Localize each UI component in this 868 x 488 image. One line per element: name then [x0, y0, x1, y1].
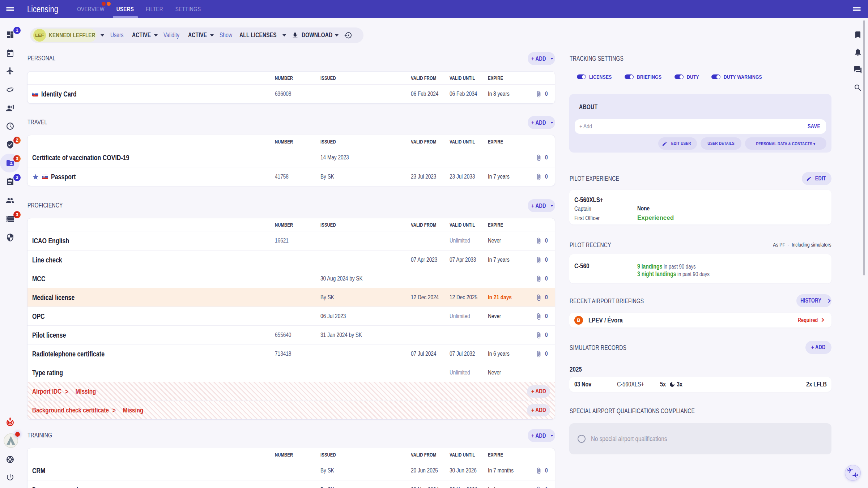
table-row[interactable]: OPC06 Jul 2023UnlimitedNever0	[27, 307, 555, 325]
column-header: NUMBER	[275, 448, 293, 462]
user-details-button[interactable]: USER DETAILS	[701, 137, 741, 150]
attachments[interactable]: 0	[535, 461, 548, 480]
sidebar-flight-icon[interactable]	[6, 67, 14, 75]
sidebar-voice-icon[interactable]	[6, 104, 14, 112]
sidebar-people-icon[interactable]	[6, 196, 14, 205]
users-status-select[interactable]: ACTIVE	[132, 27, 151, 43]
download-caret-icon[interactable]	[335, 27, 339, 43]
save-button[interactable]: SAVE	[807, 119, 820, 134]
table-row[interactable]: MCC30 Aug 2024 by SK0	[27, 269, 555, 288]
validity-caret-icon[interactable]	[210, 27, 214, 43]
column-header: EXPIRE	[488, 72, 503, 85]
sidebar-shield-half-icon[interactable]	[6, 233, 14, 242]
sidebar-lifebuoy-icon[interactable]	[6, 455, 14, 464]
sidebar-dashboard-icon[interactable]: 1	[6, 30, 14, 39]
flights-fab-button[interactable]	[845, 465, 861, 481]
attachments[interactable]: 0	[535, 148, 548, 167]
attachments[interactable]: 0	[535, 251, 548, 269]
tab-overview[interactable]: OVERVIEW	[77, 0, 105, 18]
sidebar-storage-icon[interactable]: 3	[6, 215, 14, 223]
download-icon[interactable]	[291, 27, 299, 43]
tab-settings[interactable]: SETTINGS	[175, 0, 201, 18]
add-travel-button[interactable]: + ADD	[528, 116, 555, 129]
history-restore-icon[interactable]	[344, 27, 353, 43]
attachments[interactable]: 0	[535, 344, 548, 363]
rail-bookmark-icon[interactable]	[854, 30, 862, 39]
table-row[interactable]: Passport41758By SK23 Jul 202323 Jul 2033…	[27, 167, 555, 186]
validity-select[interactable]: ACTIVE	[188, 27, 207, 43]
add-training-button[interactable]: + ADD	[528, 429, 555, 442]
briefing-card[interactable]: B LPEV / Évora Required	[569, 313, 831, 328]
cell-valid-from: 23 Jul 2023	[411, 167, 436, 186]
table-row[interactable]: Pilot license65564031 Jan 2024 by SK0	[27, 325, 555, 344]
add-proficiency-button[interactable]: + ADD	[528, 199, 555, 212]
add-missing-button[interactable]: + ADD	[527, 404, 550, 416]
user-chip-caret-icon[interactable]	[101, 27, 104, 43]
licenses-caret-icon[interactable]	[282, 27, 286, 43]
switch-on[interactable]	[577, 74, 586, 80]
sidebar-folder-user-icon[interactable]: 3	[6, 159, 14, 167]
sidebar-route-icon[interactable]	[6, 85, 14, 94]
table-row[interactable]: Line check07 Apr 202307 Apr 2033In 7 yea…	[27, 250, 555, 269]
edit-experience-button[interactable]: EDIT	[802, 172, 831, 185]
add-personal-button[interactable]: + ADD	[528, 52, 555, 65]
column-header: VALID UNTIL	[450, 72, 475, 85]
rail-chat-icon[interactable]	[854, 65, 862, 74]
filter-toolbar: LEF KENNEDI LEFFLER Users ACTIVE Validit…	[30, 27, 363, 43]
rail-search-icon[interactable]	[854, 84, 862, 92]
sidebar-shield-check-icon[interactable]: 2	[6, 140, 14, 149]
sidebar-clock-icon[interactable]	[6, 122, 14, 130]
licenses-select[interactable]: ALL LICENSES	[239, 27, 277, 43]
menu-icon[interactable]	[6, 5, 14, 13]
sidebar-clipboard-icon[interactable]: 3	[6, 177, 14, 186]
pilot-experience-card: C-560XLS+ Captain None First Officer Exp…	[569, 190, 831, 224]
attachments[interactable]: 0	[535, 480, 548, 488]
about-input[interactable]: + Add SAVE	[575, 119, 826, 134]
switch-on[interactable]	[711, 74, 720, 80]
table-row[interactable]: Certificate of vaccination COVID-1914 Ma…	[27, 148, 555, 167]
scrollbar-thumb[interactable]	[863, 20, 865, 275]
table-row[interactable]: Medical licenseBy SK12 Dec 202412 Dec 20…	[27, 288, 555, 307]
toggle-duty-warnings[interactable]: DUTY WARNINGS	[711, 74, 771, 80]
edit-user-button[interactable]: EDIT USER	[658, 137, 697, 150]
table-row[interactable]: Dangerous goodsBy SK28 Nov 202428 Nov 20…	[27, 480, 555, 488]
menu-right-icon[interactable]	[852, 5, 861, 13]
toggle-licenses[interactable]: LICENSES	[577, 74, 617, 80]
attachments[interactable]: 0	[535, 269, 548, 288]
table-row[interactable]: Type ratingUnlimitedNever	[27, 363, 555, 382]
rail-bell-icon[interactable]	[854, 48, 862, 56]
pilot-recency-card: C-560 9 landings in past 90 days 3 night…	[569, 254, 831, 283]
sidebar-delta-logo-icon[interactable]	[3, 433, 18, 448]
table-row[interactable]: Radiotelephone certificate71341807 Jul 2…	[27, 344, 555, 363]
add-missing-button[interactable]: + ADD	[527, 385, 550, 398]
toggle-briefings[interactable]: BRIEFINGS	[625, 74, 668, 80]
download-button[interactable]: DOWNLOAD	[302, 27, 332, 43]
attachments[interactable]: 0	[535, 85, 548, 103]
user-chip[interactable]: LEF KENNEDI LEFFLER	[31, 29, 97, 42]
attachments[interactable]: 0	[535, 288, 548, 307]
attachments[interactable]: 0	[535, 307, 548, 326]
add-simulator-button[interactable]: + ADD	[805, 341, 831, 354]
personal-data-contacts-button[interactable]: PERSONAL DATA & CONTACTS ▾	[745, 137, 826, 150]
tab-users[interactable]: USERS	[116, 0, 134, 18]
tab-filter[interactable]: FILTER	[146, 0, 163, 18]
sidebar-calendar-icon[interactable]	[6, 49, 14, 57]
switch-on[interactable]	[625, 74, 634, 80]
attachments[interactable]: 0	[535, 326, 548, 344]
attachments[interactable]: 0	[535, 167, 548, 186]
toggle-duty[interactable]: DUTY	[675, 74, 702, 80]
license-name: ICAO English	[32, 231, 78, 250]
column-header: VALID FROM	[411, 218, 436, 232]
cell-number: 41758	[275, 167, 289, 186]
sidebar-alert-target-icon[interactable]	[6, 418, 14, 426]
switch-on[interactable]	[675, 74, 684, 80]
table-row[interactable]: Identity Card63600806 Feb 202406 Feb 203…	[27, 85, 555, 103]
slovakia-flag-icon	[42, 175, 48, 179]
sidebar-power-icon[interactable]	[6, 473, 14, 481]
simulator-record-card[interactable]: 03 Nov C-560XLS+ 5x 3x 2x LFLB	[569, 377, 831, 392]
history-button[interactable]: HISTORY	[796, 294, 831, 307]
users-status-caret-icon[interactable]	[154, 27, 158, 43]
attachments[interactable]: 0	[535, 231, 548, 250]
table-row[interactable]: CRMBy SK20 Jun 202530 Jun 2026In 7 month…	[27, 461, 555, 480]
table-row[interactable]: ICAO English16621UnlimitedNever0	[27, 231, 555, 250]
